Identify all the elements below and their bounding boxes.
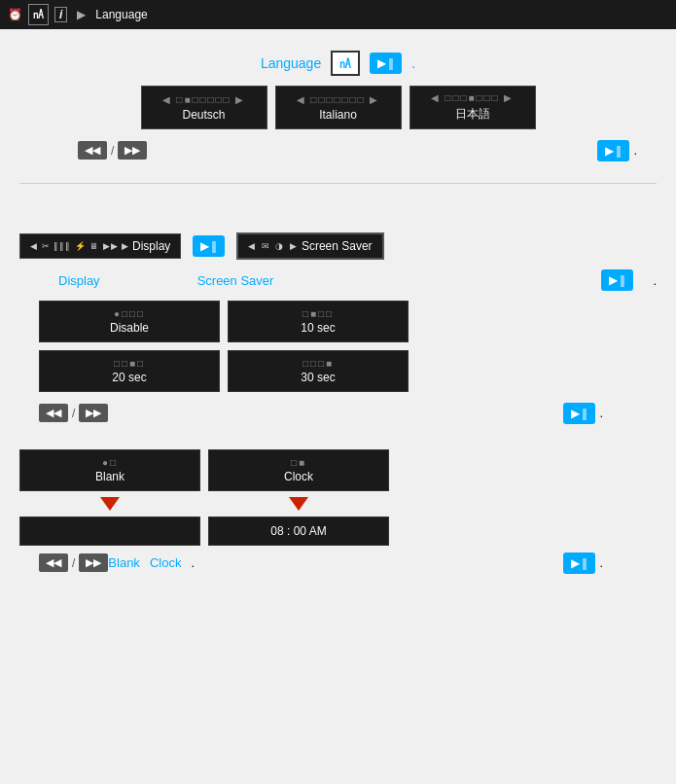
20sec-option[interactable]: □□■□ 20 sec [39, 350, 220, 392]
triangle-row [19, 495, 389, 513]
time-display-row: 08 : 00 AM [19, 517, 389, 546]
blank-clock-footer-row: ◀◀ / ▶▶ Blank Clock . ▶ ‖ . [39, 550, 603, 576]
clock-time-display: 08 : 00 AM [208, 517, 389, 546]
ss-play-icon-2: ▶ [571, 407, 580, 420]
screensaver-nav-arrows: ◀◀ / ▶▶ [39, 404, 108, 422]
top-nav-title: Language [95, 8, 147, 21]
footer-labels: Blank Clock . [108, 555, 195, 570]
20sec-label: 20 sec [50, 371, 209, 384]
footer-blank-label: Blank [108, 555, 140, 570]
language-play-button[interactable]: ▶ ‖ [370, 53, 402, 74]
30sec-dots: □□□■ [238, 358, 398, 369]
italiano-label: Italiano [290, 108, 387, 122]
20sec-dots: □□■□ [50, 358, 209, 369]
bc-nav-arrows: ◀◀ / ▶▶ [39, 553, 108, 572]
language-label: Language [261, 55, 321, 71]
italiano-dots: ◀ □□□□□□□ ▶ [290, 94, 387, 105]
blank-label: Blank [30, 470, 190, 483]
ss-pause-icon-2: ‖ [582, 407, 587, 420]
pause-icon-2: ‖ [616, 144, 622, 158]
play-icon: ▶ [377, 56, 386, 70]
blank-clock-options-row: ●□ Blank □■ Clock [19, 449, 389, 491]
bc-next-button[interactable]: ▶▶ [79, 553, 108, 572]
ss-prev-button[interactable]: ◀◀ [39, 404, 68, 422]
bc-pause-icon: ‖ [582, 556, 587, 570]
bc-play-button[interactable]: ▶ ‖ [563, 552, 595, 574]
language-icon-box: ㎁ [331, 51, 360, 76]
play-icon-2: ▶ [605, 144, 614, 158]
screensaver-play-button[interactable]: ▶ ‖ [601, 269, 633, 291]
footer-clock-label: Clock [150, 555, 182, 570]
30sec-label: 30 sec [238, 371, 398, 384]
bc-dot: . [599, 555, 603, 570]
disable-option[interactable]: ●□□□ Disable [39, 301, 220, 342]
language-section: Language ㎁ ▶ ‖ . ◀ □■□□□□□ ▶ Deutsch ◀ □… [0, 29, 676, 173]
30sec-option[interactable]: □□□■ 30 sec [228, 350, 409, 392]
screensaver-dot: . [653, 273, 657, 288]
footer-dot: . [191, 555, 195, 570]
lang-next-button[interactable]: ▶▶ [118, 141, 147, 160]
display-play-button[interactable]: ▶ ‖ [193, 235, 225, 257]
info-icon: i [54, 7, 67, 22]
10sec-option[interactable]: □■□□ 10 sec [228, 301, 409, 342]
language-option-italiano[interactable]: ◀ □□□□□□□ ▶ Italiano [275, 86, 402, 129]
ss-play-icon: ▶ [609, 273, 618, 287]
blank-dots: ●□ [30, 457, 190, 468]
display-nav-icons: ◀ ✂ ‖‖‖ ⚡ 🖥 ▶▶ ▶ [30, 241, 129, 251]
bc-nav-sep: / [72, 556, 75, 570]
options-labels-row: Display Screen Saver ▶ ‖ . [58, 269, 657, 291]
lang-prev-button[interactable]: ◀◀ [78, 141, 107, 160]
clock-icon: ⏰ [8, 8, 22, 21]
clock-triangle-down [289, 497, 308, 511]
top-nav-bar: ⏰ ㎁ i ▶ Language [0, 0, 676, 29]
language-header: Language ㎁ ▶ ‖ . [19, 51, 657, 76]
screensaver-options-grid: ●□□□ Disable □■□□ 10 sec □□■□ 20 sec □□□… [39, 301, 409, 392]
blank-triangle-cell [19, 495, 200, 513]
display-section: ◀ ✂ ‖‖‖ ⚡ 🖥 ▶▶ ▶ Display ▶ ‖ ◀ ✉ ◑ ▶ Scr… [0, 223, 676, 440]
nav-arrow-right: ▶ [77, 8, 86, 21]
screensaver-nav-icons: ◀ ✉ ◑ ▶ [248, 241, 299, 251]
deutsch-label: Deutsch [156, 108, 253, 122]
japanese-dots: ◀ □□□■□□□ ▶ [424, 92, 521, 103]
blank-clock-section: ●□ Blank □■ Clock 08 : 00 AM ◀◀ / ▶▶ Bla… [19, 449, 657, 576]
language-nav-arrows: ◀◀ / ▶▶ [78, 141, 147, 160]
spacer-1 [0, 194, 676, 223]
ss-dot-2: . [599, 406, 603, 420]
ss-play-button-2[interactable]: ▶ ‖ [563, 403, 595, 424]
next-icon: ▶▶ [125, 144, 140, 156]
bc-play-icon: ▶ [571, 556, 580, 570]
lang-nav-separator: / [111, 144, 114, 158]
blank-triangle-down [100, 497, 120, 511]
screensaver-nav-button[interactable]: ◀ ✉ ◑ ▶ Screen Saver [236, 232, 383, 260]
disable-dots: ●□□□ [50, 308, 209, 319]
display-pause-icon: ‖ [211, 239, 217, 253]
language-play-button-2[interactable]: ▶ ‖ [597, 140, 629, 161]
language-options-row: ◀ □■□□□□□ ▶ Deutsch ◀ □□□□□□□ ▶ Italiano… [19, 86, 657, 129]
ss-pause-icon: ‖ [620, 273, 625, 287]
language-dot: . [411, 55, 415, 71]
clock-option[interactable]: □■ Clock [208, 449, 389, 491]
display-nav-label: Display [132, 239, 170, 253]
display-nav-button[interactable]: ◀ ✂ ‖‖‖ ⚡ 🖥 ▶▶ ▶ Display [19, 233, 181, 259]
clock-label: Clock [219, 470, 378, 483]
section-divider [19, 183, 657, 184]
clock-triangle-cell [208, 495, 389, 513]
ss-next-button[interactable]: ▶▶ [79, 404, 108, 422]
language-option-deutsch[interactable]: ◀ □■□□□□□ ▶ Deutsch [141, 86, 267, 129]
deutsch-dots: ◀ □■□□□□□ ▶ [156, 94, 253, 105]
screensaver-nav-row: ◀◀ / ▶▶ ▶ ‖ . [39, 400, 603, 426]
bc-prev-button[interactable]: ◀◀ [39, 553, 68, 572]
screensaver-label: Screen Saver [197, 273, 274, 288]
display-nav-row: ◀ ✂ ‖‖‖ ⚡ 🖥 ▶▶ ▶ Display ▶ ‖ ◀ ✉ ◑ ▶ Scr… [19, 232, 657, 260]
prev-icon: ◀◀ [85, 144, 100, 156]
language-option-japanese[interactable]: ◀ □□□■□□□ ▶ 日本語 [409, 86, 536, 129]
lang-icon: ㎁ [28, 4, 49, 25]
disable-label: Disable [50, 321, 209, 335]
ss-nav-sep: / [72, 407, 75, 420]
language-symbol: ㎁ [338, 56, 352, 70]
pause-icon: ‖ [388, 56, 394, 70]
display-label: Display [58, 273, 100, 288]
blank-option[interactable]: ●□ Blank [19, 449, 200, 491]
10sec-label: 10 sec [238, 321, 398, 335]
language-dot-2: . [633, 143, 637, 158]
